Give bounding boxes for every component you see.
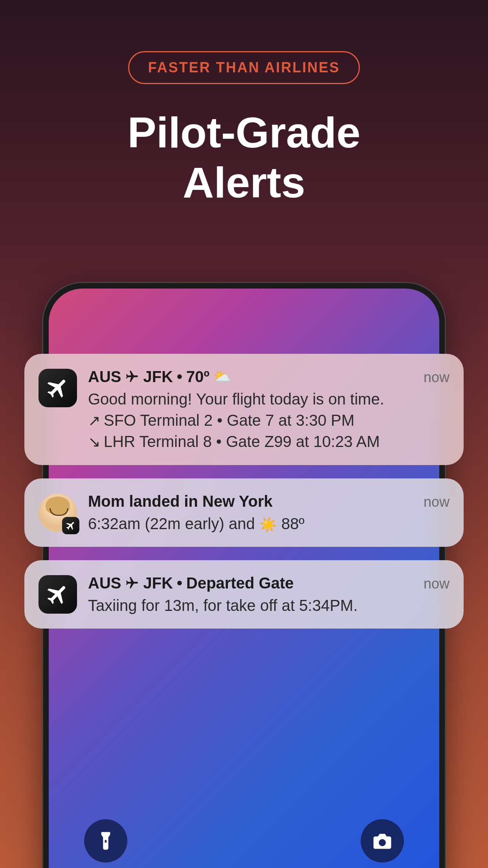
camera-icon [372, 830, 393, 851]
notification-title: AUS JFK • Departed Gate [88, 573, 294, 593]
promo-badge: FASTER THAN AIRLINES [128, 51, 360, 84]
notifications-list: AUS JFK • 70º ⛅ now Good morning! Your f… [24, 354, 464, 629]
sun-icon: ☀️ [259, 515, 277, 535]
weather-icon: ⛅ [213, 368, 231, 386]
departure-arrow-icon: ↗ [88, 411, 104, 431]
page-title: Pilot-GradeAlerts [0, 108, 488, 207]
notification-time: now [424, 494, 449, 510]
plane-icon [125, 370, 139, 384]
app-icon [39, 369, 77, 407]
contact-avatar [39, 493, 77, 532]
plane-icon [65, 520, 76, 531]
flashlight-icon [95, 830, 116, 851]
notification-card[interactable]: Mom landed in New York now 6:32am (22m e… [24, 478, 464, 547]
notification-time: now [424, 369, 449, 386]
notification-title: Mom landed in New York [88, 491, 273, 511]
notification-content: AUS JFK • 70º ⛅ now Good morning! Your f… [88, 366, 449, 452]
notification-title: AUS JFK • 70º ⛅ [88, 366, 231, 387]
notification-card[interactable]: AUS JFK • 70º ⛅ now Good morning! Your f… [24, 354, 464, 465]
plane-icon [45, 582, 70, 607]
flashlight-button[interactable] [84, 819, 127, 862]
camera-button[interactable] [361, 819, 404, 862]
arrival-arrow-icon: ↘ [88, 432, 104, 452]
plane-icon [45, 375, 70, 401]
lockscreen-controls [49, 819, 439, 862]
notification-time: now [424, 576, 449, 592]
plane-icon [125, 576, 139, 590]
app-icon-badge [62, 517, 79, 534]
notification-content: Mom landed in New York now 6:32am (22m e… [88, 491, 449, 535]
app-icon [39, 575, 77, 614]
notification-body: Good morning! Your flight today is on ti… [88, 388, 449, 452]
notification-content: AUS JFK • Departed Gate now Taxiing for … [88, 573, 449, 616]
notification-card[interactable]: AUS JFK • Departed Gate now Taxiing for … [24, 560, 464, 629]
notification-body: Taxiing for 13m, for take off at 5:34PM. [88, 595, 449, 616]
notification-body: 6:32am (22m early) and ☀️ 88º [88, 513, 449, 535]
